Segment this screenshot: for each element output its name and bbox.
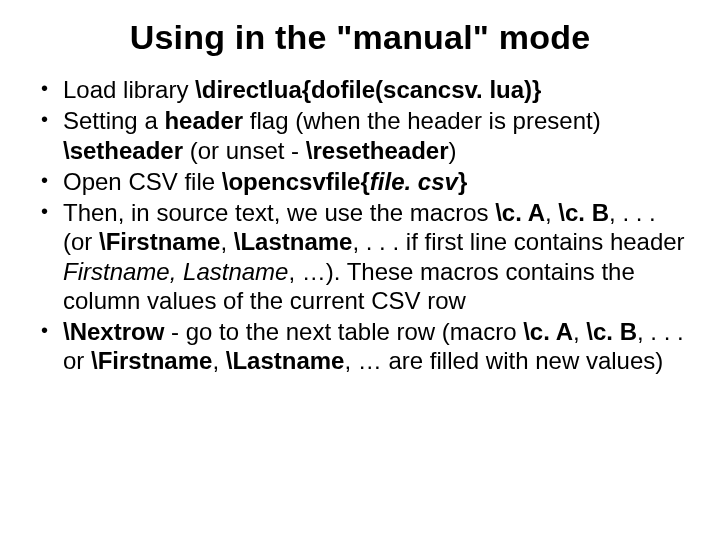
text: (or unset - [183, 137, 306, 164]
bullet-item-4: Then, in source text, we use the macros … [35, 198, 685, 315]
text: , [609, 199, 622, 226]
bullet-list: Load library \directlua{dofile(scancsv. … [35, 75, 685, 376]
text-italic: Firstname [63, 258, 170, 285]
text: or [63, 347, 91, 374]
text-bold: \setheader [63, 137, 183, 164]
text: , [220, 228, 233, 255]
text: Then, in source text, we use the macros [63, 199, 495, 226]
text-bold: \c. B [558, 199, 609, 226]
text-bold: \c. B [586, 318, 637, 345]
bullet-item-2: Setting a header flag (when the header i… [35, 106, 685, 165]
text: , [212, 347, 225, 374]
text: Setting a [63, 107, 164, 134]
text-bold: \Lastname [234, 228, 353, 255]
text: , [545, 199, 558, 226]
text-bold: \opencsvfile{ [222, 168, 370, 195]
text: ) [449, 137, 457, 164]
text: (or [63, 228, 99, 255]
slide-title: Using in the "manual" mode [35, 18, 685, 57]
bullet-item-3: Open CSV file \opencsvfile{file. csv} [35, 167, 685, 196]
text: if first line contains header [399, 228, 684, 255]
text-bold: header [164, 107, 243, 134]
text-bold: \c. A [523, 318, 573, 345]
text-bold: } [458, 168, 467, 195]
text: , [352, 228, 365, 255]
text: Open CSV file [63, 168, 222, 195]
text-bold: \c. A [495, 199, 545, 226]
text: . . . [650, 318, 683, 345]
bullet-item-1: Load library \directlua{dofile(scancsv. … [35, 75, 685, 104]
bullet-item-5: \Nextrow - go to the next table row (mac… [35, 317, 685, 376]
text: . . . [622, 199, 655, 226]
text: , … are filled with new values) [344, 347, 663, 374]
text-bold: \Firstname [91, 347, 212, 374]
text-bold: \Nextrow [63, 318, 164, 345]
text: flag (when the header is present) [243, 107, 601, 134]
text-bold: \resetheader [306, 137, 449, 164]
text-bold: \Lastname [226, 347, 345, 374]
text-italic: , [170, 258, 183, 285]
text: . . . [366, 228, 399, 255]
text: , [573, 318, 586, 345]
text-italic: Lastname [183, 258, 288, 285]
text-bold-italic: file. csv [370, 168, 458, 195]
text-bold: \Firstname [99, 228, 220, 255]
text: - go to the next table row (macro [164, 318, 523, 345]
text-bold: \directlua{dofile(scancsv. lua)} [195, 76, 541, 103]
text: , [637, 318, 650, 345]
text: Load library [63, 76, 195, 103]
slide: Using in the "manual" mode Load library … [0, 0, 720, 540]
